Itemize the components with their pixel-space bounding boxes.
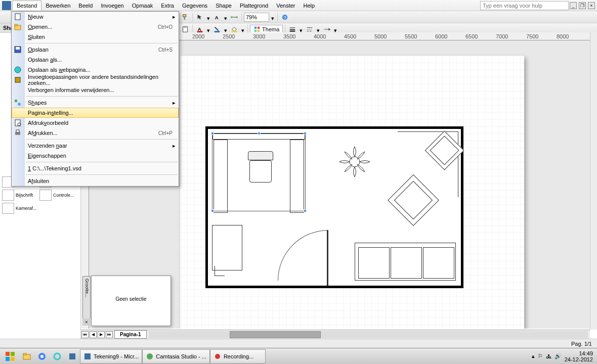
menu-item[interactable]: OpslaanCtrl+S [12, 44, 179, 55]
tab-nav-first[interactable]: ⏮ [81, 331, 89, 338]
tray-volume-icon[interactable]: 🔊 [555, 353, 562, 359]
svg-rect-38 [15, 14, 20, 20]
svg-rect-25 [6, 352, 10, 356]
plant-shape[interactable] [334, 142, 375, 182]
sofa-shape[interactable] [355, 243, 456, 281]
svg-text:A: A [198, 26, 201, 31]
tab-nav-prev[interactable]: ◀ [90, 331, 97, 338]
selection-handle[interactable] [304, 209, 307, 212]
selection-handle[interactable] [211, 132, 214, 135]
horizontal-scrollbar[interactable] [149, 331, 588, 338]
theme-label: Thema [262, 26, 279, 32]
door-shape[interactable] [278, 230, 328, 286]
shape-stencil-item[interactable]: Controle... [39, 190, 75, 201]
menu-item[interactable]: Afsluiten [12, 176, 179, 186]
menu-item[interactable]: Invoegtoepassingen voor andere bestandsi… [12, 75, 179, 85]
tray-network-icon[interactable]: 🖧 [546, 353, 551, 359]
svg-rect-40 [15, 24, 17, 26]
dropdown-icon[interactable]: ▾ [241, 27, 245, 31]
menu-item[interactable]: Pagina-instelling... [12, 108, 179, 118]
taskbar-explorer[interactable] [19, 349, 34, 363]
menu-opmaak[interactable]: Opmaak [128, 1, 157, 10]
dropdown-icon[interactable]: ▾ [224, 27, 228, 31]
menu-item[interactable]: Afdrukken...Ctrl+P [12, 128, 179, 138]
tray-flag-icon[interactable]: ⚐ [538, 353, 543, 359]
close-button[interactable]: × [588, 2, 595, 9]
menu-item[interactable]: Eigenschappen [12, 151, 179, 161]
vertical-scrollbar[interactable] [590, 32, 597, 330]
help-button[interactable]: ? [280, 12, 290, 22]
dropdown-icon[interactable]: ▾ [207, 27, 211, 31]
menu-extra[interactable]: Extra [157, 1, 178, 10]
menu-venster[interactable]: Venster [272, 1, 299, 10]
menu-item[interactable]: Opslaan als webpagina... [12, 65, 179, 75]
menu-item[interactable]: Afdrukvoorbeeld [12, 118, 179, 128]
text-tool-button[interactable]: A [212, 12, 222, 22]
menu-shape[interactable]: Shape [211, 1, 236, 10]
svg-point-32 [40, 355, 44, 358]
menu-beeld[interactable]: Beeld [74, 1, 97, 10]
panel-close-button[interactable]: × [82, 318, 91, 326]
menu-invoegen[interactable]: Invoegen [97, 1, 127, 10]
menu-help[interactable]: Help [300, 1, 319, 10]
svg-rect-27 [6, 357, 10, 361]
tray-chevron-icon[interactable]: ▴ [532, 353, 535, 359]
taskbar-chrome[interactable] [34, 349, 50, 363]
dropdown-icon[interactable]: ▾ [334, 27, 338, 31]
start-button[interactable] [1, 349, 19, 363]
menu-item[interactable]: Shapes▸ [12, 98, 179, 108]
room-outline-shape[interactable] [205, 126, 463, 288]
size-position-panel[interactable]: Grootte... Geen selectie × [91, 276, 171, 326]
menu-item[interactable]: Openen...Ctrl+O [12, 22, 179, 32]
dropdown-icon[interactable]: ▾ [300, 27, 304, 31]
taskbar-ie[interactable] [50, 349, 65, 363]
svg-rect-13 [254, 26, 257, 28]
dropdown-icon[interactable]: ▾ [271, 15, 275, 19]
shape-stencil-item[interactable]: Bijschrift [2, 190, 37, 201]
shape-stencil-item[interactable]: Kameraf... [2, 203, 37, 214]
selection-handle[interactable] [211, 209, 214, 212]
format-painter-button[interactable] [180, 12, 190, 22]
taskbar-task-visio[interactable]: Tekening9 - Micr... [80, 349, 142, 363]
selection-handle[interactable] [304, 132, 307, 135]
tab-nav-last[interactable]: ⏭ [106, 331, 113, 338]
tab-nav-next[interactable]: ▶ [98, 331, 105, 338]
menu-item[interactable]: Verzenden naar▸ [12, 141, 179, 151]
zoom-input[interactable] [244, 13, 269, 22]
drawing-page[interactable] [180, 56, 524, 329]
page-tab[interactable]: Pagina-1 [114, 330, 147, 339]
taskbar-task-camtasia[interactable]: Camtasia Studio - ... [142, 349, 210, 363]
menu-gegevens[interactable]: Gegevens [178, 1, 211, 10]
menu-bewerken[interactable]: Bewerken [41, 1, 74, 10]
menu-item[interactable]: Opslaan als... [12, 55, 179, 65]
menu-item[interactable]: Verborgen informatie verwijderen... [12, 85, 179, 95]
taskbar-clock[interactable]: 14:49 24-12-2012 [565, 350, 593, 362]
desk-shape[interactable] [212, 133, 306, 211]
status-bar: Pag. 1/1 [0, 339, 597, 348]
system-tray[interactable]: ▴ ⚐ 🖧 🔊 14:49 24-12-2012 [529, 350, 596, 362]
menu-item[interactable]: Sluiten [12, 32, 179, 42]
selection-handle[interactable] [258, 132, 261, 135]
dropdown-icon[interactable]: ▾ [207, 15, 211, 19]
taskbar-task-recording[interactable]: Recording... [210, 349, 266, 363]
menu-item[interactable]: Nieuw▸ [12, 12, 179, 22]
taskbar-app[interactable] [65, 349, 80, 363]
dropdown-icon[interactable]: ▾ [224, 15, 228, 19]
menu-plattegrond[interactable]: Plattegrond [236, 1, 272, 10]
restore-button[interactable]: ❐ [579, 2, 586, 9]
app-icon[interactable] [2, 1, 11, 10]
svg-point-33 [54, 353, 60, 359]
dropdown-icon[interactable]: ▾ [317, 27, 321, 31]
help-search-input[interactable] [480, 1, 569, 10]
scrollbar-thumb[interactable] [230, 331, 321, 338]
cabinet-shape[interactable] [212, 225, 242, 270]
menu-bestand[interactable]: Bestand [12, 1, 41, 10]
minimize-button[interactable]: _ [570, 2, 577, 9]
connector-tool-button[interactable] [229, 12, 239, 22]
svg-rect-50 [16, 130, 19, 132]
office-chair-shape[interactable] [248, 151, 273, 192]
file-menu-dropdown: Nieuw▸Openen...Ctrl+OSluitenOpslaanCtrl+… [11, 11, 179, 187]
menu-item[interactable]: 1 C:\...\Tekening1.vsd [12, 163, 179, 173]
pointer-tool-button[interactable] [195, 12, 205, 22]
menubar: Bestand Bewerken Beeld Invoegen Opmaak E… [0, 0, 597, 11]
